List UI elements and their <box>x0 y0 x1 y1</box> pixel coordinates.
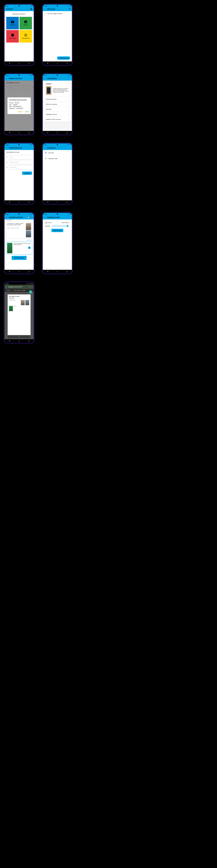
phone-pdf: ▯ ◢ ◢▾ 91 ⚡ 10:02 ▤ Enregistrer au forma… <box>3 281 35 344</box>
accordion-cassiop[interactable]: CASSIOP⌃ CASSIOP te permets de rassemble… <box>44 82 71 96</box>
back-icon[interactable]: ← <box>44 8 46 10</box>
app-title: Mes books <box>47 8 55 10</box>
pdf-toolbar: ▤ Enregistrer au format PDF ▾ ⌄ <box>4 285 34 289</box>
nav-back[interactable] <box>8 201 10 203</box>
back-icon[interactable]: ← <box>44 77 46 80</box>
camera-tile[interactable]: Caméra <box>6 17 19 29</box>
camera-icon <box>11 21 14 23</box>
nav-home[interactable] <box>56 201 58 203</box>
dropdown-icon: ▾ <box>69 222 70 223</box>
start-date-input[interactable]: Date de début <box>9 160 32 164</box>
accordion-find[interactable]: Retrouver les photos⌄ <box>44 102 71 106</box>
pdf-viewport[interactable]: Mon stage à la mairie du 11 juillet 2022… <box>4 292 34 339</box>
nav-back[interactable] <box>47 201 49 203</box>
app-bar: ← Présente ton book 💾 ⋮ <box>4 215 34 219</box>
nav-recent[interactable] <box>66 132 68 133</box>
app-bar: ← Informations <box>43 76 72 81</box>
book-icon: ▭ <box>45 13 46 14</box>
accordion-export[interactable]: Exporter en PDF mon book⌄ <box>44 117 71 122</box>
nav-recent[interactable] <box>66 271 68 272</box>
download-pdf-fab[interactable]: ⬇ <box>29 290 32 294</box>
app-bar: ← Synthèse vocale <box>43 215 72 219</box>
info-icon <box>24 34 27 36</box>
nav-recent[interactable] <box>66 201 68 203</box>
app-bar: ← Prépare ton book <box>4 146 34 150</box>
validate-button[interactable]: Valider <box>25 111 29 112</box>
nav-recent[interactable] <box>28 132 30 133</box>
add-photo-fab[interactable]: + <box>28 247 31 249</box>
accordion-prep[interactable]: Préparation du book⌄ <box>44 112 71 117</box>
book-list-item[interactable]: ▭ Nom: Mon stage à la mairie › <box>43 11 72 16</box>
settings-icon[interactable]: ⚙ <box>30 8 32 10</box>
photo-thumb-1[interactable] <box>26 223 31 230</box>
title-input[interactable]: Titre <box>9 155 32 159</box>
nav-recent[interactable] <box>28 340 30 342</box>
chevron-right-icon: › <box>70 13 70 14</box>
comment-1-block[interactable]: J'ai travaillé sur un ordinateur portabl… <box>6 222 32 239</box>
profile-row[interactable]: 👤Mon profil <box>43 150 72 156</box>
clock-icon: ◷ <box>6 166 8 168</box>
copies-value[interactable]: 1 <box>10 290 11 291</box>
test-voice-button[interactable]: Tester la voix <box>51 229 63 232</box>
nav-back[interactable] <box>47 62 49 64</box>
accordion-profile[interactable]: Mon profil⌄ <box>44 107 71 112</box>
nav-recent[interactable] <box>28 62 30 64</box>
add-row-button[interactable]: Ajouter une ligne <box>11 256 26 260</box>
dropdown-icon[interactable]: ▾ <box>30 286 30 287</box>
back-icon[interactable]: ← <box>44 147 46 149</box>
nav-home[interactable] <box>56 271 58 272</box>
nav-back[interactable] <box>8 132 10 133</box>
back-icon[interactable]: ← <box>6 216 8 219</box>
nav-back[interactable] <box>8 62 10 64</box>
nav-home[interactable] <box>18 62 20 64</box>
tts-row[interactable]: 🔊Synthèse vocale <box>43 156 72 161</box>
info-tile[interactable]: Informations <box>20 30 32 42</box>
expand-icon[interactable]: ⤢ <box>29 336 30 338</box>
save-icon[interactable]: 💾 <box>27 216 29 218</box>
confirm-button[interactable]: Confirmer <box>22 172 32 175</box>
dialog-scrim[interactable]: Informations personnelles Prénom : Berna… <box>4 81 34 131</box>
volume-slider[interactable] <box>52 226 69 226</box>
chevron-down-icon[interactable]: ⌄ <box>31 286 32 287</box>
new-book-fab[interactable]: + Nouveau book <box>57 56 70 60</box>
svg-point-8 <box>26 34 26 35</box>
back-icon[interactable]: ← <box>44 216 46 219</box>
nav-recent[interactable] <box>28 271 30 272</box>
nav-home[interactable] <box>18 271 20 272</box>
nav-home[interactable] <box>56 62 58 64</box>
volume-label: Volume <box>45 225 49 227</box>
app-title: Informations <box>47 78 57 79</box>
menu-icon[interactable]: ☰ <box>69 8 71 10</box>
nav-home[interactable] <box>18 340 20 342</box>
modify-button[interactable]: Modifier <box>18 111 23 112</box>
svg-rect-6 <box>11 34 12 35</box>
image-icon <box>24 21 27 23</box>
chevron-down-icon: ⌄ <box>68 103 69 105</box>
back-icon[interactable]: ← <box>6 147 8 149</box>
book-label: Nom: Mon stage à la mairie <box>48 13 68 14</box>
nav-back[interactable] <box>8 340 10 342</box>
books-tile[interactable]: Mes books <box>6 30 19 42</box>
photo-thumb-3[interactable] <box>7 243 12 253</box>
voice-type-label: Type de voix <box>45 222 52 223</box>
nav-home[interactable] <box>18 201 20 203</box>
nav-home[interactable] <box>56 132 58 133</box>
nav-back[interactable] <box>47 132 49 133</box>
voice-type-dropdown[interactable]: Voix Femme▾ <box>62 222 70 223</box>
nav-back[interactable] <box>8 271 10 272</box>
svg-rect-3 <box>24 21 27 23</box>
nav-recent[interactable] <box>66 62 68 64</box>
nav-home[interactable] <box>18 132 20 133</box>
nav-recent[interactable] <box>28 201 30 203</box>
photo-thumb-2[interactable] <box>26 230 31 237</box>
dialog-body: Prénom : Bernard Nom : Lalaisse Mail : b… <box>9 102 29 110</box>
end-date-input[interactable]: Date de fin <box>9 165 32 169</box>
phone-books: ▯ ◢ ◢▾10:00 ← Mes books ☰ ▭ Nom: Mon sta… <box>42 3 73 66</box>
album-tile[interactable]: Album <box>20 17 32 29</box>
pdf-icon: ▤ <box>6 286 7 287</box>
paper-size-value[interactable]: ISO A4 <box>22 290 25 291</box>
overflow-icon[interactable]: ⋮ <box>31 216 32 218</box>
back-icon[interactable]: ← <box>6 77 8 80</box>
accordion-photos[interactable]: Prendre des photos⌄ <box>44 97 71 101</box>
nav-back[interactable] <box>47 271 49 272</box>
